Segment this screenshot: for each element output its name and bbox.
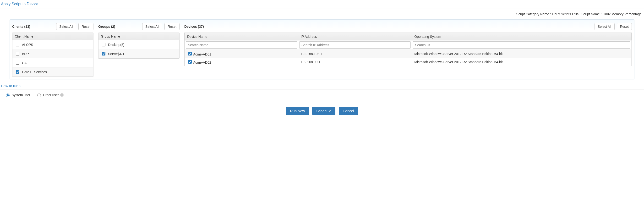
clients-column-header: Client Name [12,33,93,40]
list-item-checkbox[interactable] [16,52,19,56]
groups-column-header: Group Name [98,33,179,40]
device-name: Acme-AD02 [193,61,211,64]
list-item-label: AI OPS [22,43,33,47]
devices-table: Device Name IP Address Operating System … [184,33,632,66]
groups-reset-button[interactable]: Reset [164,23,180,30]
info-icon[interactable]: i [60,93,64,97]
list-item[interactable]: Server(37) [98,49,179,58]
cancel-button[interactable]: Cancel [339,107,358,115]
category-label: Script Category Name : [516,12,551,16]
device-os: Microsoft Windows Server 2012 R2 Standar… [412,58,632,66]
search-ip-input[interactable] [299,41,411,49]
clients-reset-button[interactable]: Reset [78,23,94,30]
devices-title: Devices (37) [184,25,204,29]
how-to-run-heading: How to run ? [0,80,644,89]
devices-col-ip[interactable]: IP Address [298,33,412,41]
table-row[interactable]: Acme-AD01192.168.108.1Microsoft Windows … [185,50,632,58]
list-item-checkbox[interactable] [16,70,19,74]
list-item[interactable]: Desktop(5) [98,40,179,49]
search-os-input[interactable] [413,41,630,49]
script-value: Linux Memory Percentage [603,12,642,16]
run-as-system[interactable]: System user [5,93,30,97]
groups-list[interactable]: Desktop(5)Server(37) [98,40,179,58]
run-as-options: System user Other user i [0,89,644,100]
groups-select-all-button[interactable]: Select All [142,23,162,30]
groups-panel: Groups (2) Select All Reset Group Name D… [98,22,180,77]
table-row[interactable]: Acme-AD02192.168.99.1Microsoft Windows S… [185,58,632,66]
devices-col-name[interactable]: Device Name [185,33,298,41]
page-title: Apply Script to Device [0,0,644,9]
device-ip: 192.168.99.1 [298,58,412,66]
clients-panel: Clients (13) Select All Reset Client Nam… [12,22,94,77]
selection-panels: Clients (13) Select All Reset Client Nam… [10,19,634,79]
script-meta: Script Category Name : Linux Scripts Uti… [0,9,644,16]
run-as-other-label: Other user [43,93,59,97]
list-item-checkbox[interactable] [16,43,19,46]
list-item-checkbox[interactable] [102,43,106,46]
groups-title: Groups (2) [98,25,115,29]
list-item[interactable]: BDP [12,49,93,58]
run-as-other[interactable]: Other user i [36,93,64,97]
run-as-system-label: System user [12,93,30,97]
device-checkbox[interactable] [188,52,192,56]
list-item-label: BDP [22,52,29,56]
device-os: Microsoft Windows Server 2012 R2 Standar… [412,50,632,58]
list-item-label: Server(37) [108,52,124,56]
search-name-input[interactable] [186,41,297,49]
devices-col-os[interactable]: Operating System [412,33,632,41]
list-item-label: Desktop(5) [108,43,124,47]
devices-select-all-button[interactable]: Select All [594,23,614,30]
clients-select-all-button[interactable]: Select All [56,23,76,30]
list-item[interactable]: AI OPS [12,40,93,49]
list-item-checkbox[interactable] [102,52,106,56]
device-name: Acme-AD01 [193,52,211,56]
clients-list[interactable]: AI OPSBDPCACore IT Services [12,40,93,77]
devices-panel: Devices (37) Select All Reset Device Nam… [184,22,632,77]
clients-title: Clients (13) [12,25,30,29]
list-item[interactable]: CA [12,58,93,68]
run-as-system-radio[interactable] [6,94,10,97]
script-label: Script Name : [581,12,602,16]
footer-buttons: Run Now Schedule Cancel [0,100,644,119]
list-item-label: CA [22,61,26,65]
devices-reset-button[interactable]: Reset [617,23,632,30]
run-now-button[interactable]: Run Now [286,107,309,115]
device-ip: 192.168.108.1 [298,50,412,58]
schedule-button[interactable]: Schedule [312,107,336,115]
list-item-label: Core IT Services [22,70,47,74]
devices-search-row [185,41,632,50]
device-checkbox[interactable] [188,60,192,64]
list-item-checkbox[interactable] [16,61,19,65]
category-value: Linux Scripts Utils [552,12,578,16]
list-item[interactable]: Core IT Services [12,68,93,77]
run-as-other-radio[interactable] [37,94,41,97]
